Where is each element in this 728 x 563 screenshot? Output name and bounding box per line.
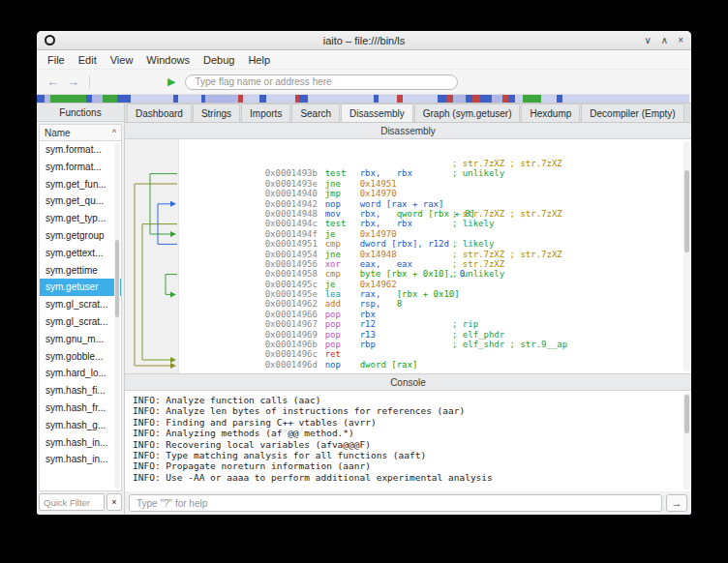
close-icon[interactable]: × <box>678 35 683 45</box>
function-list-item[interactable]: sym.getuser <box>40 279 121 296</box>
function-list-item[interactable]: sym.hash_fr... <box>40 400 121 417</box>
console-scrollbar[interactable] <box>683 393 690 489</box>
functions-panel-tab[interactable]: Functions <box>37 104 124 122</box>
disassembly-line[interactable]: 0x00014951cmpdword [rbx], r12d <box>181 229 682 239</box>
functions-name-header[interactable]: Name ^ <box>39 124 122 141</box>
function-list-item[interactable]: sym.format... <box>40 159 121 176</box>
disassembly-line[interactable]: 0x0001496bpoprbp; elf_phdr <box>181 330 682 340</box>
menu-item[interactable]: Windows <box>139 54 197 66</box>
flag-search-input[interactable] <box>185 74 458 90</box>
memory-segment <box>37 95 45 103</box>
sort-ascending-icon[interactable]: ^ <box>112 128 116 137</box>
memory-map-bar[interactable] <box>37 95 691 104</box>
function-list-item[interactable]: sym.get_typ... <box>40 210 121 227</box>
disassembly-line[interactable]: 0x0001494fje0x14970; likely <box>181 219 682 228</box>
instruction-comment: ; elf_shdr ; str.9__ap <box>452 340 567 349</box>
disassembly-line[interactable]: 0x0001493btestrbx, rbx; str.7zXZ ; str.7… <box>181 159 682 168</box>
function-list-item[interactable]: sym.format... <box>40 141 121 159</box>
tab[interactable]: Disassembly <box>341 104 413 122</box>
console-panel-header[interactable]: Console <box>125 374 691 391</box>
back-icon[interactable]: ← <box>46 74 59 89</box>
console-output[interactable]: INFO: Analyze function calls (aac)INFO: … <box>125 391 691 491</box>
menu-item[interactable]: Help <box>241 54 277 66</box>
functions-scrollbar[interactable] <box>114 143 120 489</box>
disassembly-line[interactable]: 0x0001495cje0x14962; unlikely <box>181 269 682 279</box>
command-input[interactable] <box>129 494 662 512</box>
disassembly-line[interactable]: 0x00014962addrsp, 8 <box>181 289 682 299</box>
console-scrollbar-thumb[interactable] <box>684 395 689 433</box>
function-list-item[interactable]: sym.get_fun... <box>40 176 121 193</box>
disassembly-line[interactable]: 0x0001495elearax, [rbx + 0x10] <box>181 280 682 289</box>
titlebar[interactable]: iaito – file:///bin/ls ∨ ∧ × <box>37 31 691 50</box>
console-line: INFO: Analyze function calls (aac) <box>133 395 683 405</box>
disassembly-scrollbar-thumb[interactable] <box>684 170 689 252</box>
function-list-item[interactable]: sym.get_qu... <box>40 193 121 210</box>
command-submit-button[interactable]: → <box>666 494 687 512</box>
function-list-item[interactable]: sym.gettext... <box>40 245 121 262</box>
disassembly-line[interactable]: 0x00014954jne0x14948; likely <box>181 239 682 249</box>
tab[interactable]: Graph (sym.getuser) <box>414 104 521 122</box>
disassembly-line[interactable]: 0x00014966poprbx <box>181 299 682 309</box>
restore-down-icon[interactable]: ∨ <box>645 35 652 45</box>
disassembly-panel-header[interactable]: Disassembly <box>125 123 691 139</box>
screen: iaito – file:///bin/ls ∨ ∧ × FileEditVie… <box>0 0 728 563</box>
function-list-item[interactable]: sym.gl_scrat... <box>40 296 121 313</box>
main-panel: DashboardStringsImportsSearchDisassembly… <box>125 104 691 515</box>
disassembly-line[interactable]: 0x00014969popr13; rip <box>181 319 682 329</box>
tab[interactable]: Search <box>291 104 340 122</box>
function-list-item[interactable]: sym.hard_lo... <box>40 365 121 382</box>
clear-filter-button[interactable]: × <box>106 493 122 511</box>
tab[interactable]: Strings <box>193 104 240 122</box>
disassembly-line[interactable]: 0x0001496cret; elf_shdr ; str.9__ap <box>181 340 682 349</box>
functions-list: sym.format...sym.format...sym.get_fun...… <box>39 141 122 491</box>
menu-item[interactable]: Edit <box>72 54 104 66</box>
quick-filter-input[interactable] <box>39 493 105 511</box>
jump-arrows-gutter <box>125 139 179 373</box>
disassembly-line[interactable]: 0x00014942nopword [rax + rax] <box>181 189 682 198</box>
window-controls: ∨ ∧ × <box>645 35 684 45</box>
functions-scrollbar-thumb[interactable] <box>115 240 119 317</box>
continue-icon[interactable]: ▶ <box>167 75 175 88</box>
function-list-item[interactable]: sym.hash_in... <box>40 434 121 452</box>
disassembly-line[interactable]: 0x00014956xoreax, eax; str.7zXZ ; str.7z… <box>181 250 682 259</box>
function-list-item[interactable]: sym.getgroup <box>40 227 121 245</box>
function-list-item[interactable]: sym.hash_fi... <box>40 382 121 400</box>
console-line: INFO: Finding and parsing C++ vtables (a… <box>133 417 683 428</box>
tab[interactable]: Dashboard <box>127 104 192 122</box>
menu-item[interactable]: View <box>104 54 140 66</box>
console-line: INFO: Propagate noreturn information (aa… <box>133 460 683 471</box>
tab[interactable]: Hexdump <box>521 104 580 122</box>
disassembly-scrollbar[interactable] <box>683 141 690 371</box>
disassembly-line[interactable]: 0x00014940jmp0x14970 <box>181 179 682 189</box>
function-list-item[interactable]: sym.hash_g... <box>40 417 121 434</box>
maximize-icon[interactable]: ∧ <box>661 35 668 45</box>
app-window: iaito – file:///bin/ls ∨ ∧ × FileEditVie… <box>37 31 691 515</box>
function-list-item[interactable]: sym.gettime <box>40 262 121 280</box>
function-list-item[interactable]: sym.gobble... <box>40 348 121 366</box>
operand-token: dword [rax] <box>360 360 418 370</box>
instruction-address: 0x0001496d <box>265 360 325 370</box>
memory-segment <box>308 95 374 103</box>
disassembly-line[interactable]: 0x00014958cmpbyte [rbx + 0x10], 0; str.7… <box>181 259 682 269</box>
disassembly-line[interactable]: 0x00014948movrbx, qword [rbx + 8] <box>181 199 682 209</box>
instruction-comment: ; str.7zXZ ; str.7zXZ <box>452 159 562 168</box>
function-list-item[interactable]: sym.hash_in... <box>40 451 121 468</box>
disassembly-line[interactable]: 0x0001493ejne0x14951; unlikely <box>181 168 682 178</box>
disassembly-line[interactable]: 0x00014967popr12 <box>181 310 682 319</box>
menu-item[interactable]: File <box>41 54 72 66</box>
instruction-comment: ; elf_phdr <box>452 330 504 340</box>
console-line: INFO: Analyze len bytes of instructions … <box>133 405 683 416</box>
menu-item[interactable]: Debug <box>197 54 241 66</box>
disassembly-line[interactable]: 0x0001494ctestrbx, rbx; str.7zXZ ; str.7… <box>181 209 682 219</box>
instruction-comment: ; unlikely <box>452 269 504 279</box>
forward-icon[interactable]: → <box>67 74 79 89</box>
memory-segment <box>403 95 437 103</box>
disassembly-view[interactable]: 0x0001493btestrbx, rbx; str.7zXZ ; str.7… <box>125 139 691 374</box>
tab[interactable]: Decompiler (Empty) <box>581 104 683 122</box>
function-list-item[interactable]: sym.gl_scrat... <box>40 313 121 331</box>
memory-segment <box>205 95 238 103</box>
tab[interactable]: Imports <box>241 104 290 122</box>
function-list-item[interactable]: sym.gnu_m... <box>40 331 121 348</box>
memory-segment <box>243 95 260 103</box>
disassembly-line[interactable]: 0x0001496dnopdword [rax] <box>181 349 682 359</box>
